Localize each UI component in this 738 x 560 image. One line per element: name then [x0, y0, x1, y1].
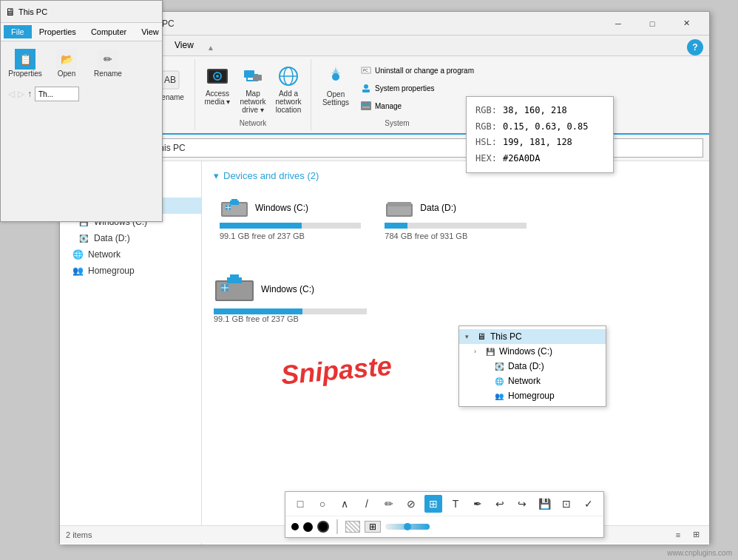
back-nav-up[interactable]: ↑ [27, 89, 32, 99]
sidebar-item-network[interactable]: 🌐 Network [60, 246, 201, 263]
tool-grid[interactable]: ⊞ [424, 495, 442, 513]
color-label-rgb2: RGB: [475, 119, 497, 135]
view-tiles-button[interactable]: ⊞ [688, 527, 703, 542]
view-details-button[interactable]: ≡ [671, 527, 685, 542]
tree-arrow-this-pc: ▾ [465, 333, 473, 340]
ribbon-collapse-arrows: ▲ [205, 39, 217, 55]
system-properties-button[interactable]: System properties [357, 80, 477, 96]
back-ribbon: File Properties Computer View [1, 23, 162, 41]
color-pattern[interactable] [345, 521, 360, 533]
svg-rect-11 [253, 75, 262, 81]
tool-copy[interactable]: ⊡ [558, 495, 575, 513]
tool-pencil[interactable]: ✏ [380, 495, 398, 513]
back-properties-panel: 📋 Properties 📂 Open ✏ Rename ◁ ▷ ↑ Th... [1, 41, 162, 107]
back-address[interactable]: Th... [35, 87, 79, 101]
back-file-tab[interactable]: File [4, 25, 32, 38]
data-d-progress-bg [385, 223, 526, 229]
network-icon: 🌐 [72, 249, 84, 260]
content-pane: Devices and drives (2) [202, 161, 709, 544]
back-title: 🖥 This PC [1, 1, 162, 23]
snipaste-colors-row: ⊞ [285, 516, 603, 537]
drive-top-windows-c: Windows (C:) [220, 196, 361, 220]
back-properties-tab[interactable]: Properties [32, 25, 84, 38]
tool-mosaic[interactable]: ⊘ [402, 495, 420, 513]
map-network-drive-button[interactable]: Map network drive ▾ [237, 62, 269, 116]
back-open-btn[interactable]: 📂 Open [48, 46, 85, 81]
tool-marker[interactable]: ✒ [469, 495, 487, 513]
color-dot-black-sm[interactable] [291, 523, 299, 530]
tool-undo[interactable]: ↩ [491, 495, 509, 513]
manage-button[interactable]: Manage [357, 98, 477, 114]
back-properties-btn[interactable]: 📋 Properties [7, 46, 44, 81]
tree-icon-data-d: 💽 [495, 362, 504, 371]
close-button[interactable]: ✕ [669, 12, 703, 36]
tree-item-network[interactable]: 🌐 Network [459, 374, 606, 388]
sidebar-item-homegroup[interactable]: 👥 Homegroup [60, 263, 201, 279]
tree-item-homegroup[interactable]: 👥 Homegroup [459, 388, 606, 403]
add-network-location-icon [277, 64, 300, 88]
color-dot-black-lg[interactable] [317, 521, 329, 533]
tool-rectangle[interactable]: □ [291, 495, 309, 513]
back-computer-tab[interactable]: Computer [84, 25, 134, 38]
tree-icon-windows-c: 💾 [486, 348, 495, 356]
tree-item-this-pc[interactable]: ▾ 🖥 This PC [459, 329, 606, 344]
ribbon-group-network: Access media ▾ Map network drive ▾ Add a… [195, 59, 311, 130]
tool-redo[interactable]: ↪ [513, 495, 531, 513]
tree-label-windows-c: Windows (C:) [499, 346, 552, 357]
drive-top-large: Windows (C:) [214, 273, 367, 306]
access-media-button[interactable]: Access media ▾ [201, 62, 234, 108]
back-props-row: 📋 Properties 📂 Open ✏ Rename [4, 44, 159, 82]
system-properties-label: System properties [375, 84, 435, 92]
group-label-system: System [385, 119, 409, 127]
back-nav-forward[interactable]: ▷ [18, 89, 24, 99]
tool-text[interactable]: T [447, 495, 464, 513]
back-properties-label: Properties [8, 70, 42, 78]
tool-arrow[interactable]: ∧ [336, 495, 353, 513]
open-settings-icon [324, 65, 348, 89]
ribbon-group-network-buttons: Access media ▾ Map network drive ▾ Add a… [201, 62, 305, 116]
maximize-button[interactable]: □ [635, 12, 669, 36]
color-size-slider[interactable] [385, 524, 430, 530]
system-properties-icon [360, 82, 372, 94]
tree-item-windows-c[interactable]: › 💾 Windows (C:) [459, 344, 606, 359]
tool-line[interactable]: / [358, 495, 376, 513]
slider-handle[interactable] [404, 523, 411, 530]
drive-item-data-d[interactable]: Data (D:) 784 GB free of 931 GB [379, 190, 532, 246]
status-text: 2 items [66, 530, 92, 539]
ribbon-up-arrow[interactable]: ▲ [205, 39, 217, 55]
back-window: 🖥 This PC File Properties Computer View … [0, 0, 163, 222]
color-overlay-btn[interactable]: ⊞ [365, 521, 381, 533]
data-d-progress-fill [385, 223, 407, 229]
tool-save[interactable]: 💾 [535, 495, 553, 513]
tool-confirm[interactable]: ✓ [580, 495, 597, 513]
tool-ellipse[interactable]: ○ [314, 495, 331, 513]
add-network-location-button[interactable]: Add a network location [272, 62, 305, 116]
devices-section-header: Devices and drives (2) [214, 170, 697, 181]
tab-view[interactable]: View [163, 35, 205, 55]
map-network-drive-label: Map network drive ▾ [239, 90, 267, 114]
back-nav-back[interactable]: ◁ [8, 89, 15, 99]
drive-item-windows-c[interactable]: Windows (C:) 99.1 GB free of 237 GB [214, 190, 367, 246]
data-d-drive-icon [385, 196, 414, 220]
color-tooltip: RGB: 38, 160, 218 RGB: 0.15, 0.63, 0.85 … [466, 96, 614, 173]
uninstall-button[interactable]: PC Uninstall or change a program [357, 62, 477, 78]
open-settings-button[interactable]: Open Settings [317, 62, 354, 109]
drive-top-data-d: Data (D:) [385, 196, 526, 220]
back-view-tab[interactable]: View [134, 25, 163, 38]
minimize-button[interactable]: ─ [601, 12, 635, 36]
data-d-name: Data (D:) [420, 203, 456, 213]
back-rename-btn[interactable]: ✏ Rename [89, 46, 126, 81]
tree-label-network: Network [508, 376, 541, 386]
color-dot-black-md[interactable] [303, 522, 313, 532]
windows-c-name: Windows (C:) [255, 203, 308, 213]
svg-rect-20 [362, 90, 370, 92]
color-value-rgb1: 38, 160, 218 [503, 103, 567, 119]
network-label: Network [88, 249, 121, 260]
ribbon-help-button[interactable]: ? [687, 39, 703, 55]
tree-item-data-d[interactable]: 💽 Data (D:) [459, 359, 606, 374]
windows-c-large-progress-bg [214, 308, 367, 314]
drive-item-windows-c-large[interactable]: Windows (C:) 99.1 GB free of 237 GB [214, 273, 367, 323]
sidebar-item-data-d[interactable]: 💽 Data (D:) [60, 230, 201, 246]
map-network-drive-icon [241, 64, 265, 88]
status-right: ≡ ⊞ [671, 527, 703, 542]
